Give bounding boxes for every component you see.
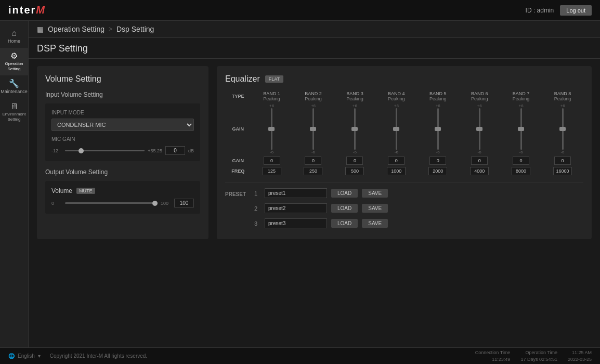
band2-header: BAND 2Peaking xyxy=(293,90,334,102)
mute-badge[interactable]: MUTE xyxy=(76,188,95,194)
topbar-right: ID : admin Log out xyxy=(526,5,592,16)
gain-slider-label: GAIN xyxy=(225,102,251,155)
sidebar-item-label-environment: EnvironmentSetting xyxy=(3,112,26,122)
band5-gain-slider[interactable] xyxy=(433,108,443,150)
band4-gain-slider[interactable] xyxy=(391,108,401,150)
connection-time-block: Connection Time 11:23:49 xyxy=(475,349,511,362)
band7-gain-value-cell xyxy=(500,155,542,166)
mic-gain-value: 0 xyxy=(165,146,185,155)
band4-gain-input[interactable] xyxy=(388,157,405,165)
preset3-name-input[interactable] xyxy=(265,218,327,228)
band8-gain-slider[interactable] xyxy=(557,108,568,150)
preset-divider xyxy=(225,183,583,183)
sidebar-item-environment-setting[interactable]: 🖥 EnvironmentSetting xyxy=(0,98,28,126)
band7-gain-input[interactable] xyxy=(513,157,529,165)
band2-freq-input[interactable] xyxy=(304,167,322,175)
logo-text: interM xyxy=(8,4,46,16)
band5-header: BAND 5Peaking xyxy=(417,90,459,102)
mic-gain-slider[interactable] xyxy=(65,150,145,151)
band2-gain-input[interactable] xyxy=(305,157,321,165)
sidebar-item-label-maintenance: Maintenance xyxy=(1,89,28,94)
band5-freq-input[interactable] xyxy=(428,167,447,175)
sidebar-item-operation-setting[interactable]: ⚙ OperationSetting xyxy=(0,48,28,75)
band6-slider-cell: +6 -6 xyxy=(459,102,500,155)
logout-button[interactable]: Log out xyxy=(560,5,592,16)
band6-freq-input[interactable] xyxy=(470,167,489,175)
wrench-icon: 🔧 xyxy=(9,80,19,88)
band7-header: BAND 7Peaking xyxy=(500,90,542,102)
home-icon: ⌂ xyxy=(11,29,17,37)
gain-slider-row: GAIN +6 -6 +6 xyxy=(225,102,583,155)
preset2-name-input[interactable] xyxy=(265,203,327,213)
current-time: 11:25 AM xyxy=(572,349,592,356)
main-layout: ⌂ Home ⚙ OperationSetting 🔧 Maintenance … xyxy=(0,21,600,347)
freq-row: FREQ xyxy=(225,166,583,176)
band4-freq-input[interactable] xyxy=(387,167,406,175)
volume-panel: Volume Setting Input Volume Setting INPU… xyxy=(37,66,208,239)
band3-slider-cell: +6 -6 xyxy=(334,102,375,155)
preset1-load-button[interactable]: LOAD xyxy=(331,189,358,198)
volume-slider-row: 0 100 100 xyxy=(51,199,194,207)
input-mode-select[interactable]: CONDENSER MIC DYNAMIC MIC LINE IN xyxy=(51,119,194,131)
band3-header: BAND 3Peaking xyxy=(334,90,375,102)
connection-time-label: Connection Time xyxy=(475,349,511,356)
sidebar-item-home[interactable]: ⌂ Home xyxy=(0,25,28,48)
band3-gain-input[interactable] xyxy=(346,157,363,165)
type-row-label: TYPE xyxy=(225,90,251,102)
band1-db-high: +6 xyxy=(269,103,274,108)
preset-label: PRESET xyxy=(225,188,246,197)
band6-freq-cell xyxy=(459,166,500,176)
preset-list: 1 LOAD SAVE 2 LOAD SAVE xyxy=(254,188,388,231)
topbar: interM ID : admin Log out xyxy=(0,0,600,21)
preset2-save-button[interactable]: SAVE xyxy=(362,204,388,213)
flat-badge[interactable]: FLAT xyxy=(265,75,283,83)
breadcrumb: ▦ Operation Setting > Dsp Setting xyxy=(29,21,600,38)
preset3-load-button[interactable]: LOAD xyxy=(331,219,358,228)
band1-freq-input[interactable] xyxy=(263,167,281,175)
band1-gain-slider[interactable] xyxy=(267,108,277,150)
band5-gain-input[interactable] xyxy=(429,157,446,165)
preset3-save-button[interactable]: SAVE xyxy=(362,219,388,228)
band8-freq-input[interactable] xyxy=(553,167,572,175)
preset-row-2: 2 LOAD SAVE xyxy=(254,203,388,213)
band1-gain-input[interactable] xyxy=(264,157,280,165)
preset2-load-button[interactable]: LOAD xyxy=(331,204,358,213)
sidebar-item-label-home: Home xyxy=(8,38,20,44)
sidebar: ⌂ Home ⚙ OperationSetting 🔧 Maintenance … xyxy=(0,21,29,347)
breadcrumb-current: Dsp Setting xyxy=(116,25,154,33)
band4-freq-cell xyxy=(375,166,417,176)
band5-gain-value-cell xyxy=(417,155,459,166)
band6-gain-input[interactable] xyxy=(471,157,488,165)
copyright-text: Copyright 2021 Inter-M All rights reserv… xyxy=(50,353,147,359)
footer: 🌐 English ▾ Copyright 2021 Inter-M All r… xyxy=(0,347,600,364)
band7-gain-slider[interactable] xyxy=(516,108,526,150)
volume-slider[interactable] xyxy=(65,202,158,204)
band6-gain-slider[interactable] xyxy=(474,108,485,150)
eq-title: Equalizer xyxy=(225,74,260,84)
preset-section: PRESET 1 LOAD SAVE 2 xyxy=(225,183,583,231)
output-volume-section-title: Output Volume Setting xyxy=(45,168,200,176)
band2-gain-value-cell xyxy=(293,155,334,166)
band5-slider-cell: +6 -6 xyxy=(417,102,459,155)
preset-row-3: 3 LOAD SAVE xyxy=(254,218,388,228)
language-label: English xyxy=(18,353,35,359)
sidebar-item-maintenance[interactable]: 🔧 Maintenance xyxy=(0,75,28,98)
band7-freq-input[interactable] xyxy=(512,167,530,175)
main-content: ▦ Operation Setting > Dsp Setting DSP Se… xyxy=(29,21,600,347)
mic-gain-unit: dB xyxy=(188,148,194,153)
page-title: DSP Setting xyxy=(37,43,88,54)
band8-header: BAND 8Peaking xyxy=(542,90,583,102)
preset1-name-input[interactable] xyxy=(265,188,327,198)
band3-freq-cell xyxy=(334,166,375,176)
band3-freq-input[interactable] xyxy=(345,167,364,175)
user-info: ID : admin xyxy=(526,7,554,14)
band2-gain-slider[interactable] xyxy=(308,108,318,150)
current-date: 2022-03-25 xyxy=(568,356,592,363)
input-mode-label: INPUT MODE xyxy=(51,110,194,115)
band8-gain-input[interactable] xyxy=(554,157,571,165)
band6-header: BAND 6Peaking xyxy=(459,90,500,102)
band4-slider-cell: +6 -6 xyxy=(375,102,417,155)
preset1-save-button[interactable]: SAVE xyxy=(362,189,388,198)
band3-gain-slider[interactable] xyxy=(349,108,360,150)
band8-gain-value-cell xyxy=(542,155,583,166)
